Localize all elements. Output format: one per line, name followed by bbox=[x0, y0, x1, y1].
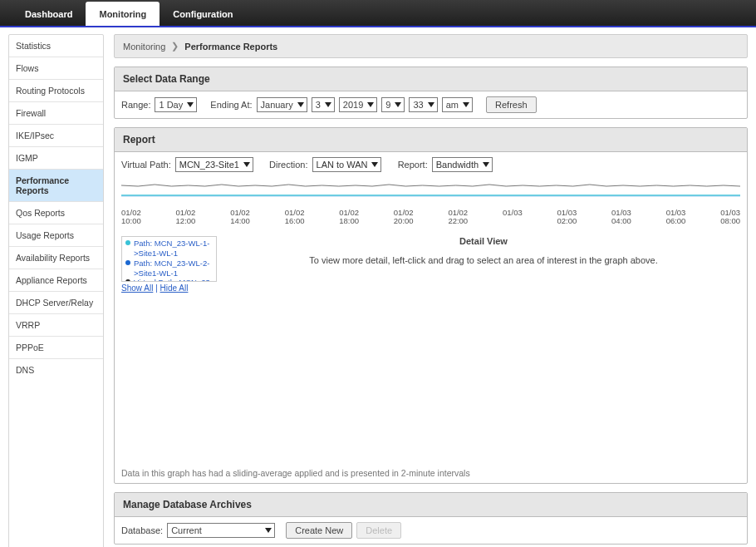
sidebar-item-firewall[interactable]: Firewall bbox=[9, 102, 103, 125]
delete-button[interactable]: Delete bbox=[356, 522, 401, 539]
detail-view-hint: To view more detail, left-click and drag… bbox=[227, 254, 740, 267]
legend-label: Path: MCN_23-WL-1->Site1-WL-1 bbox=[134, 239, 213, 259]
sidebar-item-usage-reports[interactable]: Usage Reports bbox=[9, 224, 103, 247]
x-tick: 01/0218:00 bbox=[339, 209, 359, 226]
sidebar: Statistics Flows Routing Protocols Firew… bbox=[8, 34, 104, 547]
ampm-select[interactable]: am bbox=[442, 97, 473, 112]
database-select[interactable]: Current bbox=[167, 523, 275, 538]
x-tick: 01/0216:00 bbox=[285, 209, 305, 226]
graph-footnote: Data in this graph has had a sliding-ave… bbox=[115, 465, 747, 483]
x-tick: 01/0306:00 bbox=[666, 209, 686, 226]
sidebar-item-ike-ipsec[interactable]: IKE/IPsec bbox=[9, 125, 103, 147]
archives-panel: Manage Database Archives Database: Curre… bbox=[114, 492, 748, 545]
x-tick: 01/0212:00 bbox=[176, 209, 196, 226]
direction-label: Direction: bbox=[269, 160, 307, 170]
legend-item[interactable]: Path: MCN_23-WL-1->Site1-WL-1 bbox=[125, 239, 213, 259]
sidebar-item-performance-reports[interactable]: Performance Reports bbox=[9, 170, 103, 202]
chevron-down-icon bbox=[367, 102, 374, 107]
range-select[interactable]: 1 Day bbox=[155, 97, 197, 112]
hide-all-link[interactable]: Hide All bbox=[160, 283, 189, 293]
report-type-label: Report: bbox=[398, 160, 428, 170]
sidebar-item-dhcp-server-relay[interactable]: DHCP Server/Relay bbox=[9, 292, 103, 314]
legend-item[interactable]: Path: MCN_23-WL-2->Site1-WL-1 bbox=[125, 259, 213, 278]
sidebar-item-appliance-reports[interactable]: Appliance Reports bbox=[9, 269, 103, 292]
report-type-select[interactable]: Bandwidth bbox=[432, 157, 493, 172]
data-range-panel-title: Select Data Range bbox=[115, 67, 747, 91]
x-tick: 01/0304:00 bbox=[611, 209, 631, 226]
breadcrumb-current: Performance Reports bbox=[184, 42, 277, 52]
x-tick: 01/03 bbox=[503, 209, 523, 226]
overview-x-axis: 01/0210:00 01/0212:00 01/0214:00 01/0216… bbox=[121, 209, 740, 226]
legend-color-swatch bbox=[125, 279, 130, 282]
virtual-path-select[interactable]: MCN_23-Site1 bbox=[175, 157, 253, 172]
x-tick: 01/0220:00 bbox=[394, 209, 414, 226]
overview-graph[interactable] bbox=[121, 180, 740, 205]
sidebar-item-vrrp[interactable]: VRRP bbox=[9, 314, 103, 337]
detail-view: Detail View To view more detail, left-cl… bbox=[227, 236, 740, 267]
chevron-down-icon bbox=[395, 102, 401, 107]
tab-dashboard[interactable]: Dashboard bbox=[12, 2, 86, 26]
x-tick: 01/0308:00 bbox=[720, 209, 740, 226]
chevron-down-icon bbox=[325, 102, 331, 107]
chevron-down-icon bbox=[297, 102, 304, 107]
virtual-path-label: Virtual Path: bbox=[121, 160, 171, 170]
year-select[interactable]: 2019 bbox=[339, 97, 377, 112]
ending-at-label: Ending At: bbox=[210, 100, 252, 110]
sidebar-item-availability-reports[interactable]: Availability Reports bbox=[9, 247, 103, 269]
report-panel: Report Virtual Path: MCN_23-Site1 Direct… bbox=[114, 127, 748, 484]
x-tick: 01/0302:00 bbox=[557, 209, 577, 226]
report-panel-title: Report bbox=[115, 128, 747, 152]
archives-panel-title: Manage Database Archives bbox=[115, 493, 747, 517]
top-nav: Dashboard Monitoring Configuration bbox=[0, 0, 756, 27]
range-label: Range: bbox=[121, 100, 150, 110]
series-legend[interactable]: Path: MCN_23-WL-1->Site1-WL-1 Path: MCN_… bbox=[121, 236, 217, 282]
day-select[interactable]: 3 bbox=[312, 97, 335, 112]
chevron-down-icon bbox=[243, 162, 250, 167]
tab-monitoring[interactable]: Monitoring bbox=[86, 2, 160, 26]
legend-color-swatch bbox=[125, 260, 130, 265]
chevron-down-icon bbox=[187, 102, 194, 107]
direction-select[interactable]: LAN to WAN bbox=[312, 157, 382, 172]
minute-select[interactable]: 33 bbox=[409, 97, 437, 112]
refresh-button[interactable]: Refresh bbox=[486, 96, 537, 113]
x-tick: 01/0214:00 bbox=[230, 209, 250, 226]
chevron-down-icon bbox=[428, 102, 434, 107]
sidebar-item-igmp[interactable]: IGMP bbox=[9, 147, 103, 170]
month-select[interactable]: January bbox=[257, 97, 307, 112]
hour-select[interactable]: 9 bbox=[381, 97, 405, 112]
sidebar-item-statistics[interactable]: Statistics bbox=[9, 35, 103, 57]
create-new-button[interactable]: Create New bbox=[286, 522, 352, 539]
x-tick: 01/0210:00 bbox=[121, 209, 141, 226]
sidebar-item-routing-protocols[interactable]: Routing Protocols bbox=[9, 80, 103, 102]
breadcrumb-root[interactable]: Monitoring bbox=[123, 42, 165, 52]
chevron-right-icon: ❯ bbox=[171, 41, 179, 52]
sidebar-item-qos-reports[interactable]: Qos Reports bbox=[9, 202, 103, 224]
chevron-down-icon bbox=[265, 528, 272, 533]
database-label: Database: bbox=[121, 525, 163, 535]
legend-label: Path: MCN_23-WL-2->Site1-WL-1 bbox=[134, 259, 213, 278]
graph-svg bbox=[121, 180, 740, 205]
legend-label: Virtual Path: MCN_23-Site1 bbox=[134, 278, 213, 282]
legend-actions: Show All | Hide All bbox=[121, 283, 217, 293]
sidebar-item-pppoe[interactable]: PPPoE bbox=[9, 337, 103, 359]
legend-item[interactable]: Virtual Path: MCN_23-Site1 bbox=[125, 278, 213, 282]
breadcrumb: Monitoring ❯ Performance Reports bbox=[114, 34, 748, 58]
show-all-link[interactable]: Show All bbox=[121, 283, 153, 293]
legend-color-swatch bbox=[125, 240, 130, 245]
x-tick: 01/0222:00 bbox=[448, 209, 468, 226]
sidebar-item-dns[interactable]: DNS bbox=[9, 359, 103, 381]
main-content: Monitoring ❯ Performance Reports Select … bbox=[104, 27, 756, 547]
chevron-down-icon bbox=[483, 162, 489, 167]
data-range-panel: Select Data Range Range: 1 Day Ending At… bbox=[114, 67, 748, 119]
chevron-down-icon bbox=[371, 162, 378, 167]
sidebar-item-flows[interactable]: Flows bbox=[9, 57, 103, 80]
detail-view-title: Detail View bbox=[227, 236, 740, 246]
chevron-down-icon bbox=[463, 102, 469, 107]
tab-configuration[interactable]: Configuration bbox=[160, 2, 246, 26]
